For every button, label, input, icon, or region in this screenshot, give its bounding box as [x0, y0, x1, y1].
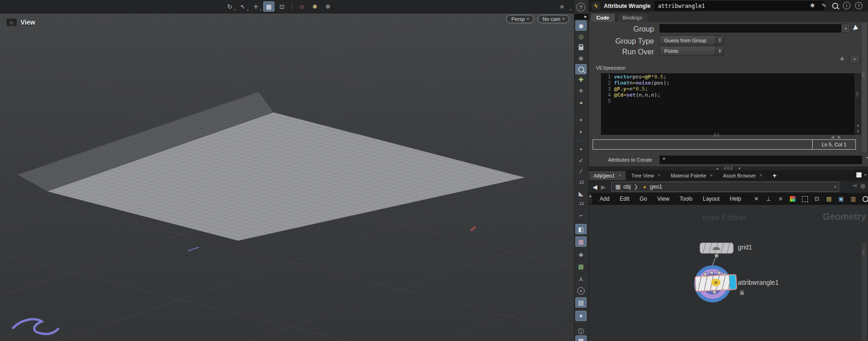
attributes-to-create-input[interactable]: * [660, 156, 862, 164]
point-markers-icon[interactable]: • [575, 144, 587, 154]
close-tab-icon[interactable]: × [760, 173, 762, 178]
scene-viewport[interactable]: ↻▾↖▾✛▾▦⊡⊖✱✲ ≡ ▾ ◉ View Persp▾ No cam▾ [0, 0, 574, 341]
prim-numbers-icon[interactable]: .12 [575, 198, 587, 209]
pane-tab-4[interactable]: Asset Browser× [718, 171, 767, 180]
spinner-icon[interactable]: ▲▼ [715, 36, 724, 45]
scroll-up-icon[interactable]: ▲ [855, 124, 861, 127]
gear-icon[interactable]: ✱ [809, 2, 816, 9]
color-wheel-icon[interactable]: ◕ [575, 97, 587, 107]
help-icon[interactable]: ? [855, 2, 862, 9]
group-display-icon[interactable]: ▩ [575, 261, 587, 271]
scroll-down-icon[interactable]: ▼ [855, 130, 861, 133]
menu-add[interactable]: Add [594, 196, 614, 202]
group-input[interactable] [660, 24, 841, 33]
bottom-tool-icon[interactable]: ▦ [575, 335, 587, 341]
pane-edge-handle[interactable]: ▲ [589, 194, 592, 204]
search-icon[interactable] [862, 194, 868, 204]
attributes-dropdown-icon[interactable]: ▾ [866, 156, 868, 160]
breadcrumb[interactable]: ▦ obj ❯ ◕ geo1 ▾ [611, 182, 839, 192]
parameter-scrollbar[interactable]: ⣿⣿ [861, 22, 868, 153]
settings-box-icon[interactable]: ✲ [322, 1, 334, 12]
vexpression-menu-button[interactable]: ▾ [849, 55, 860, 63]
axis-icon[interactable]: Y [575, 274, 587, 284]
view-tool-icon[interactable]: ↻▾ [224, 1, 235, 12]
wrench-icon[interactable]: ✕ [753, 194, 760, 204]
display-flags-icon[interactable]: ◈ [575, 249, 587, 259]
snapshot-icon[interactable]: ▤ [575, 297, 587, 308]
note-icon[interactable]: ▤ [826, 194, 833, 204]
wire-shaded-icon[interactable]: ▦ [575, 236, 587, 247]
camera-selector[interactable]: No cam▾ [538, 15, 569, 23]
group-type-select[interactable]: Guess from Group ▲▼ [660, 35, 724, 45]
hide-selected-icon[interactable]: ◖ [575, 114, 587, 125]
node-grid1[interactable] [700, 243, 734, 254]
pin-icon[interactable]: ⊣ [852, 183, 856, 189]
show-objects-icon[interactable]: ◉ [575, 20, 587, 31]
light-markers-icon[interactable]: ✦ [575, 311, 587, 321]
palette-icon[interactable] [789, 194, 796, 204]
help-icon[interactable]: ? [576, 3, 585, 12]
editor-nav-arrows[interactable]: ◀▶ [831, 135, 845, 139]
lock-camera-icon[interactable] [575, 42, 587, 52]
menu-tools[interactable]: Tools [674, 196, 698, 202]
point-normals-icon[interactable]: ∕ [575, 166, 587, 176]
network-canvas[interactable]: Indie Edition Geometry grid1 ≈ [589, 205, 868, 341]
tab-code[interactable]: Code [590, 13, 615, 22]
attribwrangle1-label[interactable]: attribwrangle1 [738, 279, 779, 286]
display-flag[interactable] [729, 275, 736, 289]
point-numbers-icon[interactable]: .12 [575, 177, 587, 187]
pane-menu-icon[interactable]: ▾ [864, 173, 866, 177]
menu-view[interactable]: View [652, 196, 674, 202]
move-tool-icon[interactable]: ✛▾ [250, 1, 261, 12]
view-selected-icon[interactable] [575, 64, 587, 74]
visualizers-icon[interactable]: ≡ [575, 286, 587, 296]
handles-icon[interactable]: ▦ [263, 1, 274, 12]
network-scrollbar[interactable]: ⣿⣿ [861, 242, 868, 341]
ghost-objects-icon[interactable]: ◎ [575, 31, 587, 41]
code-line[interactable]: 5 [601, 98, 854, 104]
spinner-icon[interactable]: ▲▼ [715, 46, 724, 55]
add-camera-icon[interactable]: ✛ [575, 85, 587, 96]
add-light-icon[interactable]: ✚ [575, 74, 587, 85]
brush-icon[interactable]: ✎ [821, 2, 828, 9]
gallery-icon[interactable]: ▥ [850, 194, 857, 204]
code-line[interactable]: 1vector pos = @P * 0.5; [601, 74, 854, 80]
menu-go[interactable]: Go [634, 196, 652, 202]
menu-edit[interactable]: Edit [614, 196, 634, 202]
image-add-icon[interactable]: ▣ [838, 194, 845, 204]
back-icon[interactable]: ◀ [593, 184, 597, 190]
tab-bindings[interactable]: Bindings [617, 13, 648, 22]
layout-box-icon[interactable] [801, 194, 808, 204]
pane-tab-3[interactable]: Material Palette× [666, 171, 717, 180]
perspective-selector[interactable]: Persp▾ [506, 15, 534, 23]
group-pick-arrow-icon[interactable]: ▶ [853, 23, 860, 32]
box-select-icon[interactable]: ⊡ [276, 1, 287, 12]
prim-markers-icon[interactable]: ◣ [575, 188, 587, 198]
forward-icon[interactable]: ▶ [601, 184, 606, 190]
search-icon[interactable] [832, 3, 838, 9]
code-line[interactable]: 3@P.y = n * 0.5; [601, 86, 854, 92]
prim-normals-icon[interactable]: ⌐ [575, 210, 587, 220]
code-line[interactable]: 4@Cd = set(n,n,n); [601, 92, 854, 98]
editor-resize-grip[interactable]: ⣿⣿ [714, 134, 720, 136]
snap-icon[interactable]: ⊖ [296, 1, 307, 12]
point-select-icon[interactable]: ✓ [575, 155, 587, 165]
shaded-mode-icon[interactable]: ◧ [575, 224, 587, 234]
close-tab-icon[interactable]: × [618, 173, 621, 178]
node-attribwrangle1[interactable]: ≈ [694, 274, 737, 292]
window-icon[interactable]: ⊡ [814, 194, 821, 204]
follow-icon[interactable]: ◎ [861, 183, 865, 189]
code-line[interactable]: 2float n = noise(pos); [601, 80, 854, 86]
shelf-light-icon[interactable]: ✱ [309, 1, 320, 12]
info-icon[interactable]: i [843, 2, 850, 9]
node-parms-icon[interactable]: ✛ [839, 56, 846, 62]
group-dropdown-button[interactable]: ▾ [841, 24, 850, 33]
grid1-output-connector[interactable] [714, 254, 719, 258]
list-icon[interactable]: ≡ [777, 194, 784, 204]
display-options-icon[interactable]: ≡ [556, 1, 568, 12]
toolbar-flyout-arrow[interactable]: ▶ [574, 14, 588, 20]
isolate-selected-icon[interactable]: ◗ [575, 126, 587, 137]
select-tool-icon[interactable]: ↖▾ [237, 1, 248, 12]
menu-help[interactable]: Help [725, 196, 747, 202]
pane-maximize-icon[interactable] [856, 172, 861, 177]
